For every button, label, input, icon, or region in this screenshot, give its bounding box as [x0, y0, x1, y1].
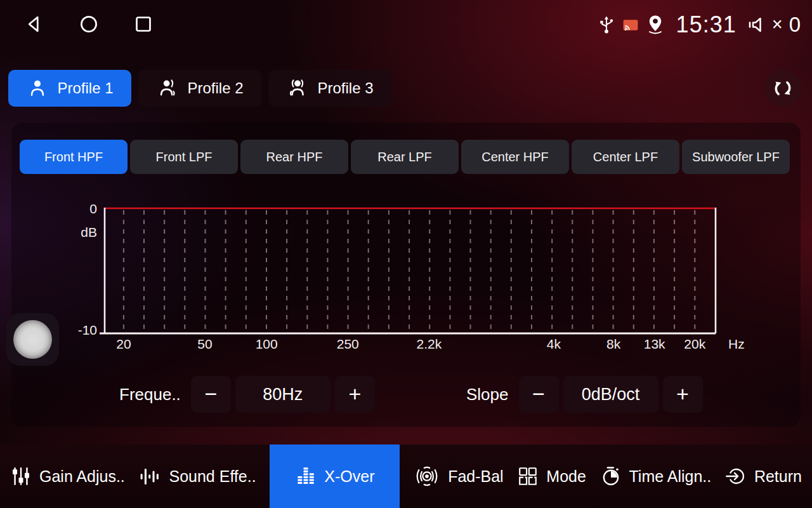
- nav-item-label: Gain Adjus..: [39, 467, 125, 486]
- slope-value: 0dB/oct: [563, 376, 658, 413]
- main-panel: Front HPFFront LPFRear HPFRear LPFCenter…: [11, 123, 801, 427]
- filter-tab-subwoofer-lpf[interactable]: Subwoofer LPF: [682, 140, 790, 174]
- volume-level: 0: [789, 13, 801, 37]
- profile-tab-label: Profile 3: [317, 79, 373, 97]
- frequency-label: Freque..: [119, 385, 181, 404]
- slope-label: Slope: [466, 385, 509, 404]
- status-bar: 15:31×0: [597, 8, 801, 42]
- usb-status: [597, 15, 616, 34]
- return-arrow-icon: [725, 465, 747, 487]
- svg-text:100: 100: [256, 337, 278, 351]
- svg-text:dB: dB: [81, 225, 97, 239]
- frequency-decrease-button[interactable]: −: [191, 376, 231, 413]
- profile-tabs: Profile 1Profile 2Profile 3: [8, 70, 391, 107]
- android-nav-keys: [23, 13, 155, 36]
- svg-text:-10: -10: [78, 323, 97, 337]
- filter-tab-front-hpf[interactable]: Front HPF: [20, 140, 128, 174]
- svg-text:4k: 4k: [547, 337, 561, 351]
- slope-decrease-button[interactable]: −: [519, 376, 559, 413]
- person-icon: [26, 77, 49, 100]
- mute-symbol: ×: [772, 14, 783, 35]
- slope-control: Slope − 0dB/oct +: [466, 376, 703, 413]
- profile-tab-2[interactable]: Profile 2: [138, 70, 261, 107]
- fad-bal-icon: [414, 465, 440, 487]
- back-button[interactable]: [23, 13, 46, 36]
- frequency-increase-button[interactable]: +: [335, 376, 375, 413]
- nav-item-label: Sound Effe..: [169, 467, 256, 486]
- screen: 15:31×0 Profile 1Profile 2Profile 3 Fron…: [0, 0, 812, 508]
- svg-text:0: 0: [89, 203, 97, 216]
- nav-item-label: Return: [754, 467, 802, 486]
- bottom-nav: Gain Adjus..Sound Effe..X-OverFad-BalMod…: [0, 444, 812, 508]
- nav-item-label: X-Over: [324, 467, 374, 486]
- filter-tab-center-hpf[interactable]: Center HPF: [461, 140, 569, 174]
- svg-text:8k: 8k: [606, 337, 621, 351]
- floating-knob-button[interactable]: [6, 313, 59, 366]
- recents-button[interactable]: [132, 13, 155, 36]
- muted-speaker-icon: [747, 15, 765, 34]
- crossover-chart: 0-10dB20501002502.2k4k8k13k20kHz: [76, 203, 749, 354]
- nav-item-label: Time Align..: [629, 467, 712, 486]
- nav-item-return[interactable]: Return: [725, 444, 802, 508]
- svg-text:50: 50: [197, 337, 212, 351]
- profile-tab-3[interactable]: Profile 3: [268, 70, 391, 107]
- person-wave-icon: [156, 77, 179, 100]
- person-waves-icon: [286, 77, 309, 100]
- home-button[interactable]: [77, 13, 100, 36]
- slope-increase-button[interactable]: +: [663, 376, 703, 413]
- svg-text:20: 20: [116, 337, 131, 351]
- windows-icon: [517, 465, 539, 487]
- nav-item-gain-adjus[interactable]: Gain Adjus..: [10, 444, 125, 508]
- filter-tab-rear-lpf[interactable]: Rear LPF: [351, 140, 459, 174]
- crossover-filter-tabs: Front HPFFront LPFRear HPFRear LPFCenter…: [20, 140, 790, 174]
- frequency-control: Freque.. − 80Hz +: [119, 376, 375, 413]
- filter-tab-front-lpf[interactable]: Front LPF: [130, 140, 238, 174]
- nav-item-sound-effe[interactable]: Sound Effe..: [138, 444, 256, 508]
- nav-item-label: Mode: [546, 467, 586, 486]
- waveform-icon: [138, 466, 161, 487]
- nav-item-mode[interactable]: Mode: [517, 444, 586, 508]
- nav-item-label: Fad-Bal: [448, 467, 504, 486]
- sync-icon: [771, 76, 795, 100]
- profile-tab-1[interactable]: Profile 1: [8, 70, 131, 107]
- knob-circle: [13, 320, 52, 359]
- filter-tab-center-lpf[interactable]: Center LPF: [572, 140, 679, 174]
- filter-tab-rear-hpf[interactable]: Rear HPF: [240, 140, 348, 174]
- nav-item-x-over[interactable]: X-Over: [270, 444, 400, 508]
- profile-tab-label: Profile 2: [187, 79, 243, 97]
- location-status: [645, 14, 665, 36]
- cast-status: [622, 16, 639, 34]
- reset-sync-button[interactable]: [764, 70, 801, 107]
- mixer-icon: [10, 465, 32, 487]
- eq-bars-icon: [295, 465, 317, 487]
- nav-item-fad-bal[interactable]: Fad-Bal: [414, 444, 504, 508]
- svg-text:250: 250: [337, 337, 359, 351]
- svg-text:2.2k: 2.2k: [417, 337, 442, 351]
- profile-tab-label: Profile 1: [57, 79, 113, 97]
- stopwatch-icon: [600, 465, 622, 487]
- clock: 15:31: [676, 11, 737, 38]
- svg-text:13k: 13k: [644, 337, 665, 351]
- svg-text:20k: 20k: [684, 337, 705, 351]
- frequency-value: 80Hz: [235, 376, 331, 413]
- svg-text:Hz: Hz: [728, 337, 745, 351]
- nav-item-time-align[interactable]: Time Align..: [600, 444, 712, 508]
